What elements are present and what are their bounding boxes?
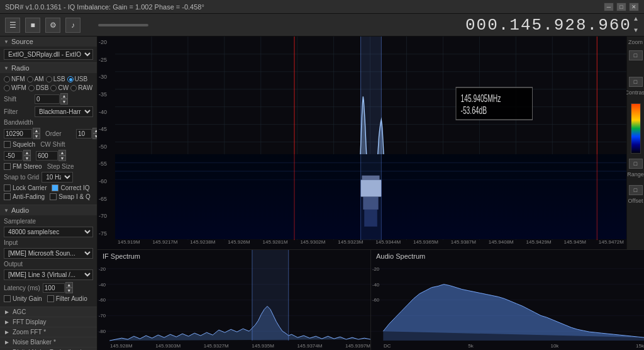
squelch-row: Squelch CW Shift — [4, 141, 93, 148]
toolbar: ☰ ■ ⚙ ♪ 000.145.928.960 ▲ ▼ — [0, 14, 644, 37]
unity-label: Unity Gain — [13, 295, 42, 302]
cw-shift-label: CW Shift — [40, 141, 65, 148]
cw-stepper[interactable]: ▲ ▼ — [36, 150, 66, 161]
anti-fading-check[interactable]: Anti-Fading — [4, 193, 45, 200]
noise-blanker-header[interactable]: ►Noise Blanker * — [0, 337, 97, 347]
lat-up[interactable]: ▲ — [65, 282, 73, 288]
audio-spectrum-title: Audio Spectrum — [376, 252, 425, 260]
maximize-button[interactable]: □ — [616, 3, 626, 11]
sq-up[interactable]: ▲ — [23, 150, 31, 155]
fft-display-header[interactable]: ►FFT Display — [0, 317, 97, 327]
zoom-slider-btn[interactable]: □ — [629, 50, 643, 60]
svg-text:-80: -80 — [99, 329, 106, 334]
squelch-label: Squelch — [13, 141, 35, 148]
tuning-slider[interactable] — [98, 24, 148, 26]
squelch-checkbox[interactable]: Squelch — [4, 141, 35, 148]
snap-select[interactable]: 10 Hz — [42, 172, 73, 183]
radio-header[interactable]: ▼ Radio — [0, 63, 97, 73]
zoom-fft-label: Zoom FFT * — [13, 329, 46, 336]
spectrum-area[interactable]: -20 -25 -30 -35 -40 -45 -50 -55 -60 -65 … — [97, 37, 626, 249]
bandwidth-label: Bandwidth — [4, 119, 33, 126]
mode-dsb[interactable]: DSB — [28, 84, 49, 91]
input-row: Input — [4, 239, 93, 246]
shift-down[interactable]: ▼ — [60, 99, 68, 104]
audio-button[interactable]: ♪ — [65, 18, 80, 33]
freq-axis: 145.919M 145.9217M 145.9238M 145.926M 14… — [115, 239, 626, 249]
unity-gain-check[interactable]: Unity Gain — [4, 295, 42, 302]
squelch-input[interactable] — [4, 151, 23, 161]
mode-cw[interactable]: CW — [50, 84, 69, 91]
lock-carrier-check[interactable]: Lock Carrier — [4, 184, 47, 191]
agc-label: AGC — [13, 308, 26, 315]
color-scale — [631, 103, 641, 154]
if-spectrum-panel[interactable]: IF Spectrum -20 -40 -60 -70 -80 — [97, 250, 371, 350]
source-header[interactable]: ▼ Source — [0, 37, 97, 47]
input-select[interactable]: [MME] Microsoft Soun... — [4, 248, 93, 259]
mode-lsb[interactable]: LSB — [46, 76, 65, 82]
settings-button[interactable]: ⚙ — [45, 18, 60, 33]
shift-stepper[interactable]: ▲ ▼ — [35, 93, 68, 104]
mode-usb[interactable]: USB — [67, 76, 88, 82]
offset-slider-btn[interactable]: □ — [629, 185, 643, 195]
agc-header[interactable]: ►AGC — [0, 307, 97, 317]
order-down[interactable]: ▼ — [92, 133, 97, 139]
output-select[interactable]: [MME] Line 3 (Virtual /... — [4, 269, 93, 280]
squelch-stepper[interactable]: ▲ ▼ — [4, 150, 31, 161]
mode-wfm[interactable]: WFM — [4, 84, 26, 91]
minimize-button[interactable]: ─ — [604, 3, 614, 11]
shift-input[interactable] — [35, 94, 60, 104]
mode-radio-group: NFM AM LSB USB — [4, 76, 93, 82]
fm-step-row: FM Stereo Step Size — [4, 163, 93, 170]
lock-label: Lock Carrier — [13, 184, 47, 191]
sq-stepper-buttons: ▲ ▼ — [23, 150, 31, 161]
bandwidth-stepper[interactable]: ▲ ▼ — [4, 128, 40, 139]
freq-up-arrow[interactable]: ▲ — [634, 16, 639, 23]
samplerate-row: Samplerate — [4, 218, 93, 225]
order-stepper[interactable]: ▲ ▼ — [76, 128, 97, 139]
audio-label: Audio — [11, 206, 29, 214]
freq-down-arrow[interactable]: ▼ — [634, 28, 639, 34]
stop-button[interactable]: ■ — [25, 18, 40, 33]
order-up[interactable]: ▲ — [92, 128, 97, 133]
latency-input[interactable] — [43, 283, 65, 293]
zoom-fft-header[interactable]: ►Zoom FFT * — [0, 327, 97, 337]
svg-rect-40 — [361, 154, 382, 239]
fm-stereo-check[interactable]: FM Stereo — [4, 163, 42, 170]
order-input[interactable] — [76, 129, 92, 138]
filter-audio-check[interactable]: Filter Audio — [47, 295, 87, 302]
mode-am[interactable]: AM — [27, 76, 44, 82]
correct-iq-label: Correct IQ — [60, 184, 89, 191]
swap-iq-check[interactable]: Swap I & Q — [50, 193, 91, 200]
mode-raw[interactable]: RAW — [70, 84, 92, 91]
audio-spectrum-panel[interactable]: Audio Spectrum -20 -40 -60 — [371, 250, 644, 350]
dnr-header[interactable]: ►Digital Noise Reduction * — [0, 347, 97, 350]
order-label: Order — [45, 130, 74, 137]
samplerate-select[interactable]: 48000 sample/sec — [4, 227, 93, 237]
correct-iq-check[interactable]: Correct IQ — [52, 184, 89, 191]
window-title: SDR# v1.0.0.1361 - IQ Imbalance: Gain = … — [5, 3, 604, 11]
cw-input[interactable] — [36, 151, 58, 161]
contrast-slider-btn[interactable]: □ — [629, 77, 643, 87]
menu-button[interactable]: ☰ — [5, 18, 20, 33]
source-section: ▼ Source ExtIO_SDRplay.dll - ExtIO_SDRpl… — [0, 37, 97, 63]
bw-down[interactable]: ▼ — [33, 133, 40, 139]
bandwidth-input[interactable] — [4, 129, 32, 138]
audio-header[interactable]: ▼ Audio — [0, 205, 97, 215]
shift-up[interactable]: ▲ — [60, 93, 68, 99]
filter-select[interactable]: Blackman-Harris 4 — [35, 106, 93, 117]
mode-nfm[interactable]: NFM — [4, 76, 25, 82]
sq-down[interactable]: ▼ — [23, 155, 31, 161]
shift-row: Shift ▲ ▼ — [4, 93, 93, 104]
if-freq-axis: 145.928M 145.9303M 145.9327M 145.935M 14… — [110, 343, 370, 349]
order-stepper-buttons: ▲ ▼ — [92, 128, 97, 139]
cw-up[interactable]: ▲ — [58, 150, 66, 155]
offset-label: Offset — [628, 198, 643, 204]
source-device-select[interactable]: ExtIO_SDRplay.dll - ExtIO_SDRplay.dll — [4, 49, 93, 60]
waterfall-area[interactable] — [115, 154, 626, 239]
lat-down[interactable]: ▼ — [65, 288, 73, 293]
close-button[interactable]: ✕ — [629, 3, 639, 11]
cw-down[interactable]: ▼ — [58, 155, 66, 161]
range-slider-btn[interactable]: □ — [629, 159, 643, 169]
bw-up[interactable]: ▲ — [33, 128, 40, 133]
latency-stepper[interactable]: ▲ ▼ — [43, 282, 73, 293]
